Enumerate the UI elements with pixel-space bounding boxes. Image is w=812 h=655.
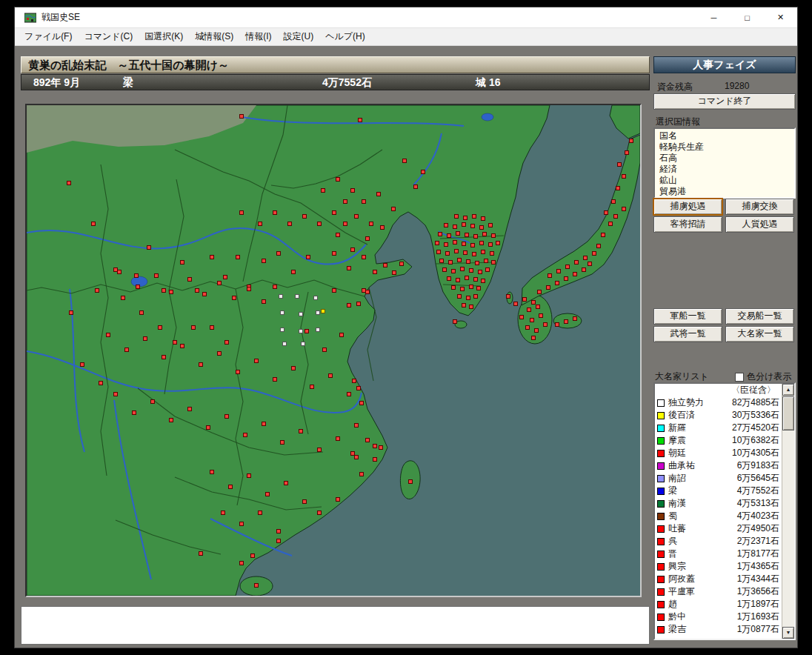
red-castle-marker[interactable]: [601, 233, 605, 237]
red-castle-marker[interactable]: [527, 307, 531, 312]
red-castle-marker[interactable]: [356, 386, 361, 390]
daimyo-row[interactable]: 摩震10万6382石: [655, 434, 782, 447]
daimyo-row[interactable]: 南漢4万5313石: [655, 497, 782, 510]
red-castle-marker[interactable]: [139, 310, 144, 315]
red-castle-marker[interactable]: [488, 223, 493, 227]
red-castle-marker[interactable]: [150, 399, 155, 404]
red-castle-marker[interactable]: [354, 423, 359, 428]
red-castle-marker[interactable]: [519, 315, 524, 319]
red-castle-marker[interactable]: [546, 285, 550, 290]
menu-item[interactable]: コマンド(C): [78, 28, 139, 45]
red-castle-marker[interactable]: [463, 250, 467, 255]
red-castle-marker[interactable]: [80, 362, 84, 367]
daimyo-row[interactable]: 南詔6万5645石: [655, 472, 782, 485]
red-castle-marker[interactable]: [466, 296, 470, 300]
red-castle-marker[interactable]: [488, 242, 493, 247]
red-castle-marker[interactable]: [592, 251, 596, 256]
red-castle-marker[interactable]: [506, 294, 510, 299]
red-castle-marker[interactable]: [276, 251, 281, 256]
red-castle-marker[interactable]: [376, 192, 381, 196]
red-castle-marker[interactable]: [291, 366, 296, 370]
red-castle-marker[interactable]: [254, 583, 259, 588]
red-castle-marker[interactable]: [273, 210, 277, 215]
red-castle-marker[interactable]: [444, 242, 448, 247]
white-castle-marker[interactable]: [295, 294, 299, 299]
red-castle-marker[interactable]: [113, 392, 118, 396]
red-castle-marker[interactable]: [438, 232, 442, 236]
red-castle-marker[interactable]: [124, 348, 129, 352]
daimyo-row[interactable]: 梁吉1万0877石: [655, 623, 782, 636]
red-castle-marker[interactable]: [236, 370, 240, 374]
red-castle-marker[interactable]: [321, 188, 325, 193]
red-castle-marker[interactable]: [310, 385, 314, 389]
red-castle-marker[interactable]: [473, 294, 478, 299]
red-castle-marker[interactable]: [317, 222, 322, 226]
red-castle-marker[interactable]: [447, 276, 451, 281]
red-castle-marker[interactable]: [617, 162, 622, 167]
red-castle-marker[interactable]: [476, 286, 481, 290]
red-castle-marker[interactable]: [457, 258, 462, 262]
red-castle-marker[interactable]: [232, 296, 236, 300]
red-castle-marker[interactable]: [343, 199, 347, 204]
red-castle-marker[interactable]: [91, 222, 96, 226]
red-castle-marker[interactable]: [522, 297, 527, 302]
red-castle-marker[interactable]: [239, 114, 244, 119]
red-castle-marker[interactable]: [611, 199, 616, 204]
guest-general-invite-button[interactable]: 客将招請: [653, 216, 722, 233]
red-castle-marker[interactable]: [391, 207, 396, 211]
red-castle-marker[interactable]: [356, 302, 361, 306]
white-castle-marker[interactable]: [313, 296, 318, 300]
red-castle-marker[interactable]: [564, 276, 568, 281]
red-castle-marker[interactable]: [491, 260, 496, 265]
red-castle-marker[interactable]: [262, 422, 266, 426]
white-castle-marker[interactable]: [316, 328, 320, 332]
red-castle-marker[interactable]: [287, 222, 292, 226]
scrollbar-down-button[interactable]: ▼: [782, 627, 794, 639]
red-castle-marker[interactable]: [513, 302, 518, 306]
daimyo-row[interactable]: 朝廷10万4305石: [655, 447, 782, 459]
daimyo-row[interactable]: 後百済30万5336石: [655, 409, 782, 422]
red-castle-marker[interactable]: [439, 259, 444, 263]
daimyo-row[interactable]: 独立勢力82万4885石: [655, 396, 782, 409]
red-castle-marker[interactable]: [479, 241, 484, 245]
red-castle-marker[interactable]: [457, 294, 462, 299]
red-castle-marker[interactable]: [556, 269, 561, 273]
red-castle-marker[interactable]: [332, 251, 336, 256]
red-castle-marker[interactable]: [373, 270, 377, 274]
red-castle-marker[interactable]: [454, 214, 459, 219]
red-castle-marker[interactable]: [276, 529, 281, 533]
red-castle-marker[interactable]: [537, 290, 542, 294]
red-castle-marker[interactable]: [362, 199, 366, 204]
red-castle-marker[interactable]: [99, 381, 103, 385]
red-castle-marker[interactable]: [442, 267, 447, 272]
red-castle-marker[interactable]: [262, 259, 266, 263]
red-castle-marker[interactable]: [224, 340, 229, 345]
red-castle-marker[interactable]: [408, 479, 413, 484]
red-castle-marker[interactable]: [421, 170, 425, 174]
red-castle-marker[interactable]: [336, 233, 340, 237]
red-castle-marker[interactable]: [302, 214, 307, 219]
red-castle-marker[interactable]: [496, 241, 500, 245]
red-castle-marker[interactable]: [613, 214, 618, 219]
red-castle-marker[interactable]: [223, 275, 227, 279]
daimyo-row[interactable]: 梁4万7552石: [655, 485, 782, 497]
red-castle-marker[interactable]: [453, 225, 457, 229]
red-castle-marker[interactable]: [481, 216, 485, 221]
red-castle-marker[interactable]: [359, 401, 364, 405]
red-castle-marker[interactable]: [350, 451, 355, 456]
white-castle-marker[interactable]: [280, 310, 284, 315]
red-castle-marker[interactable]: [169, 290, 173, 294]
red-castle-marker[interactable]: [460, 287, 465, 291]
red-castle-marker[interactable]: [195, 288, 199, 293]
red-castle-marker[interactable]: [306, 255, 310, 259]
red-castle-marker[interactable]: [187, 407, 192, 411]
red-castle-marker[interactable]: [228, 485, 233, 489]
daimyo-row[interactable]: 蜀4万4023石: [655, 510, 782, 522]
red-castle-marker[interactable]: [465, 233, 469, 237]
red-castle-marker[interactable]: [350, 188, 355, 193]
red-castle-marker[interactable]: [399, 262, 404, 266]
daimyo-row[interactable]: 呉2万2371石: [655, 535, 782, 548]
red-castle-marker[interactable]: [555, 322, 559, 327]
menu-item[interactable]: 設定(U): [278, 28, 320, 45]
red-castle-marker[interactable]: [485, 267, 490, 272]
